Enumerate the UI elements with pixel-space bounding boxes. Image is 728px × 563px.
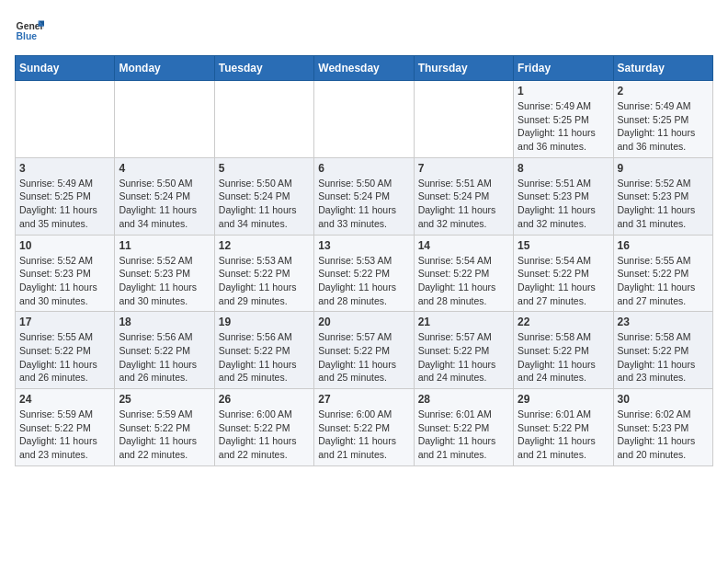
calendar-cell: 25Sunrise: 5:59 AM Sunset: 5:22 PM Dayli… (115, 389, 214, 466)
calendar-week-row: 17Sunrise: 5:55 AM Sunset: 5:22 PM Dayli… (16, 312, 713, 389)
day-info: Sunrise: 5:53 AM Sunset: 5:22 PM Dayligh… (219, 254, 310, 308)
logo-icon: General Blue (15, 15, 44, 44)
day-info: Sunrise: 5:54 AM Sunset: 5:22 PM Dayligh… (418, 254, 509, 308)
calendar-cell: 12Sunrise: 5:53 AM Sunset: 5:22 PM Dayli… (214, 235, 313, 312)
calendar-cell: 8Sunrise: 5:51 AM Sunset: 5:23 PM Daylig… (514, 157, 613, 235)
day-info: Sunrise: 5:51 AM Sunset: 5:23 PM Dayligh… (518, 177, 609, 231)
day-info: Sunrise: 5:59 AM Sunset: 5:22 PM Dayligh… (19, 408, 110, 462)
calendar-week-row: 24Sunrise: 5:59 AM Sunset: 5:22 PM Dayli… (16, 389, 713, 466)
calendar-cell (115, 81, 214, 158)
day-number: 3 (19, 162, 110, 175)
calendar-cell: 23Sunrise: 5:58 AM Sunset: 5:22 PM Dayli… (613, 312, 712, 389)
logo: General Blue (15, 15, 44, 44)
day-info: Sunrise: 5:53 AM Sunset: 5:22 PM Dayligh… (318, 254, 409, 308)
day-number: 13 (318, 239, 409, 252)
calendar-week-row: 3Sunrise: 5:49 AM Sunset: 5:25 PM Daylig… (16, 157, 713, 235)
calendar-cell (214, 81, 313, 158)
weekday-header: Thursday (414, 56, 513, 81)
day-number: 21 (418, 316, 509, 328)
day-info: Sunrise: 5:57 AM Sunset: 5:22 PM Dayligh… (318, 330, 409, 385)
day-info: Sunrise: 5:52 AM Sunset: 5:23 PM Dayligh… (19, 254, 110, 308)
calendar-cell: 17Sunrise: 5:55 AM Sunset: 5:22 PM Dayli… (16, 312, 115, 389)
day-number: 23 (618, 316, 709, 328)
calendar-cell: 28Sunrise: 6:01 AM Sunset: 5:22 PM Dayli… (414, 389, 513, 466)
weekday-header: Wednesday (314, 56, 414, 81)
calendar-cell: 19Sunrise: 5:56 AM Sunset: 5:22 PM Dayli… (214, 312, 313, 389)
day-number: 30 (618, 393, 709, 406)
day-number: 22 (518, 316, 609, 328)
day-info: Sunrise: 5:49 AM Sunset: 5:25 PM Dayligh… (618, 99, 709, 154)
calendar-cell: 4Sunrise: 5:50 AM Sunset: 5:24 PM Daylig… (115, 157, 214, 235)
calendar-cell: 26Sunrise: 6:00 AM Sunset: 5:22 PM Dayli… (214, 389, 313, 466)
day-info: Sunrise: 5:59 AM Sunset: 5:22 PM Dayligh… (119, 408, 210, 462)
day-info: Sunrise: 5:56 AM Sunset: 5:22 PM Dayligh… (219, 330, 310, 385)
weekday-header: Friday (514, 56, 613, 81)
calendar-cell: 21Sunrise: 5:57 AM Sunset: 5:22 PM Dayli… (414, 312, 513, 389)
day-info: Sunrise: 5:55 AM Sunset: 5:22 PM Dayligh… (618, 254, 709, 308)
day-info: Sunrise: 6:01 AM Sunset: 5:22 PM Dayligh… (418, 408, 509, 462)
day-number: 27 (318, 393, 409, 406)
weekday-header: Sunday (16, 56, 115, 81)
calendar-cell: 18Sunrise: 5:56 AM Sunset: 5:22 PM Dayli… (115, 312, 214, 389)
calendar-cell: 11Sunrise: 5:52 AM Sunset: 5:23 PM Dayli… (115, 235, 214, 312)
page-header: General Blue (15, 15, 713, 44)
day-info: Sunrise: 5:55 AM Sunset: 5:22 PM Dayligh… (19, 330, 110, 385)
day-info: Sunrise: 6:02 AM Sunset: 5:23 PM Dayligh… (618, 408, 709, 462)
day-info: Sunrise: 5:49 AM Sunset: 5:25 PM Dayligh… (19, 177, 110, 231)
calendar-cell: 29Sunrise: 6:01 AM Sunset: 5:22 PM Dayli… (514, 389, 613, 466)
day-number: 20 (318, 316, 409, 328)
day-number: 15 (518, 239, 609, 252)
calendar-cell: 6Sunrise: 5:50 AM Sunset: 5:24 PM Daylig… (314, 157, 414, 235)
calendar-cell: 2Sunrise: 5:49 AM Sunset: 5:25 PM Daylig… (613, 81, 712, 158)
day-info: Sunrise: 5:58 AM Sunset: 5:22 PM Dayligh… (518, 330, 609, 385)
day-number: 9 (618, 162, 709, 175)
day-info: Sunrise: 5:49 AM Sunset: 5:25 PM Dayligh… (518, 99, 609, 154)
day-info: Sunrise: 6:01 AM Sunset: 5:22 PM Dayligh… (518, 408, 609, 462)
day-number: 10 (19, 239, 110, 252)
day-number: 29 (518, 393, 609, 406)
day-number: 4 (119, 162, 210, 175)
day-number: 17 (19, 316, 110, 328)
calendar-cell: 14Sunrise: 5:54 AM Sunset: 5:22 PM Dayli… (414, 235, 513, 312)
day-number: 19 (219, 316, 310, 328)
day-number: 24 (19, 393, 110, 406)
day-info: Sunrise: 5:51 AM Sunset: 5:24 PM Dayligh… (418, 177, 509, 231)
calendar-week-row: 1Sunrise: 5:49 AM Sunset: 5:25 PM Daylig… (16, 81, 713, 158)
day-number: 5 (219, 162, 310, 175)
calendar-cell: 10Sunrise: 5:52 AM Sunset: 5:23 PM Dayli… (16, 235, 115, 312)
svg-text:Blue: Blue (17, 31, 38, 41)
day-number: 28 (418, 393, 509, 406)
calendar-cell: 20Sunrise: 5:57 AM Sunset: 5:22 PM Dayli… (314, 312, 414, 389)
day-info: Sunrise: 5:57 AM Sunset: 5:22 PM Dayligh… (418, 330, 509, 385)
weekday-header: Saturday (613, 56, 712, 81)
day-number: 26 (219, 393, 310, 406)
day-info: Sunrise: 5:58 AM Sunset: 5:22 PM Dayligh… (618, 330, 709, 385)
day-info: Sunrise: 5:52 AM Sunset: 5:23 PM Dayligh… (119, 254, 210, 308)
calendar-cell (16, 81, 115, 158)
calendar-header-row: SundayMondayTuesdayWednesdayThursdayFrid… (16, 56, 713, 81)
calendar-cell: 24Sunrise: 5:59 AM Sunset: 5:22 PM Dayli… (16, 389, 115, 466)
day-number: 16 (618, 239, 709, 252)
calendar-cell: 16Sunrise: 5:55 AM Sunset: 5:22 PM Dayli… (613, 235, 712, 312)
calendar-cell: 30Sunrise: 6:02 AM Sunset: 5:23 PM Dayli… (613, 389, 712, 466)
day-info: Sunrise: 5:56 AM Sunset: 5:22 PM Dayligh… (119, 330, 210, 385)
day-number: 18 (119, 316, 210, 328)
calendar-cell: 7Sunrise: 5:51 AM Sunset: 5:24 PM Daylig… (414, 157, 513, 235)
day-info: Sunrise: 5:50 AM Sunset: 5:24 PM Dayligh… (318, 177, 409, 231)
calendar-table: SundayMondayTuesdayWednesdayThursdayFrid… (15, 55, 713, 466)
day-number: 25 (119, 393, 210, 406)
day-number: 6 (318, 162, 409, 175)
calendar-cell: 15Sunrise: 5:54 AM Sunset: 5:22 PM Dayli… (514, 235, 613, 312)
day-number: 1 (518, 85, 609, 98)
calendar-cell (414, 81, 513, 158)
day-info: Sunrise: 5:52 AM Sunset: 5:23 PM Dayligh… (618, 177, 709, 231)
calendar-week-row: 10Sunrise: 5:52 AM Sunset: 5:23 PM Dayli… (16, 235, 713, 312)
day-info: Sunrise: 5:50 AM Sunset: 5:24 PM Dayligh… (119, 177, 210, 231)
calendar-cell (314, 81, 414, 158)
weekday-header: Monday (115, 56, 214, 81)
day-number: 11 (119, 239, 210, 252)
calendar-cell: 27Sunrise: 6:00 AM Sunset: 5:22 PM Dayli… (314, 389, 414, 466)
day-info: Sunrise: 6:00 AM Sunset: 5:22 PM Dayligh… (219, 408, 310, 462)
calendar-cell: 9Sunrise: 5:52 AM Sunset: 5:23 PM Daylig… (613, 157, 712, 235)
day-info: Sunrise: 5:50 AM Sunset: 5:24 PM Dayligh… (219, 177, 310, 231)
